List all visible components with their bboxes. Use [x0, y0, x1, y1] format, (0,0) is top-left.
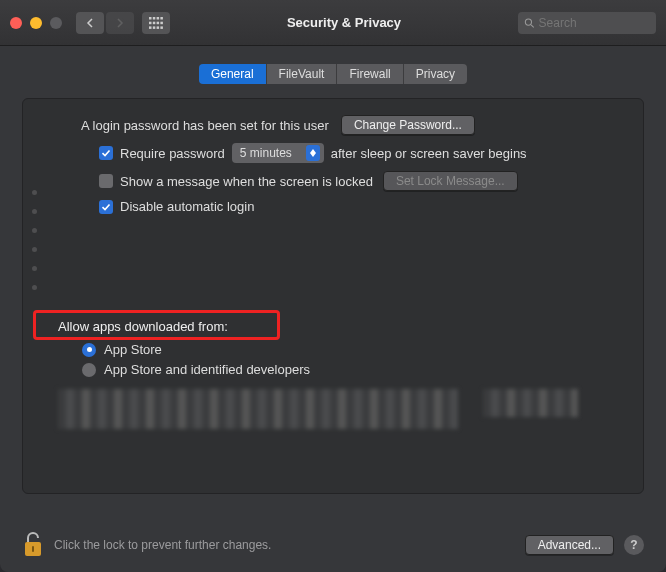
password-delay-value: 5 minutes — [240, 146, 300, 160]
security-privacy-window: Security & Privacy General FileVault Fir… — [0, 0, 666, 572]
lock-hint-text: Click the lock to prevent further change… — [54, 538, 525, 552]
after-sleep-label: after sleep or screen saver begins — [331, 146, 527, 161]
footer: Click the lock to prevent further change… — [0, 518, 666, 572]
allow-app-store-dev-radio[interactable] — [82, 363, 96, 377]
nav-buttons — [76, 12, 134, 34]
svg-line-13 — [531, 24, 534, 27]
require-password-checkbox[interactable] — [99, 146, 113, 160]
svg-rect-1 — [153, 17, 156, 20]
redacted-area-2 — [483, 389, 578, 417]
forward-button — [106, 12, 134, 34]
tab-filevault[interactable]: FileVault — [267, 64, 338, 84]
zoom-window-button — [50, 17, 62, 29]
change-password-button[interactable]: Change Password... — [341, 115, 475, 135]
svg-rect-5 — [153, 21, 156, 24]
svg-point-12 — [525, 19, 531, 25]
stepper-arrows-icon — [306, 145, 320, 161]
login-password-text: A login password has been set for this u… — [81, 118, 329, 133]
check-icon — [101, 202, 111, 212]
svg-rect-11 — [160, 26, 163, 29]
decorative-dots — [32, 190, 37, 290]
password-delay-popup[interactable]: 5 minutes — [232, 143, 324, 163]
tab-privacy[interactable]: Privacy — [404, 64, 467, 84]
tab-firewall[interactable]: Firewall — [337, 64, 403, 84]
tab-bar: General FileVault Firewall Privacy — [199, 64, 467, 84]
show-all-button[interactable] — [142, 12, 170, 34]
chevron-right-icon — [116, 18, 124, 28]
show-message-checkbox[interactable] — [99, 174, 113, 188]
disable-auto-login-row: Disable automatic login — [99, 199, 585, 214]
svg-rect-9 — [153, 26, 156, 29]
svg-rect-0 — [149, 17, 152, 20]
svg-rect-4 — [149, 21, 152, 24]
disable-auto-login-label: Disable automatic login — [120, 199, 254, 214]
titlebar: Security & Privacy — [0, 0, 666, 46]
svg-rect-15 — [32, 546, 34, 552]
lock-icon[interactable] — [22, 531, 44, 559]
check-icon — [101, 148, 111, 158]
close-window-button[interactable] — [10, 17, 22, 29]
require-password-row: Require password 5 minutes after sleep o… — [99, 143, 585, 163]
general-panel: A login password has been set for this u… — [22, 98, 644, 494]
login-password-row: A login password has been set for this u… — [81, 115, 585, 135]
search-input[interactable] — [539, 16, 650, 30]
require-password-label: Require password — [120, 146, 225, 161]
show-message-label: Show a message when the screen is locked — [120, 174, 373, 189]
disable-auto-login-checkbox[interactable] — [99, 200, 113, 214]
redacted-area-1 — [58, 389, 458, 429]
svg-rect-3 — [160, 17, 163, 20]
svg-rect-10 — [157, 26, 160, 29]
grid-icon — [149, 17, 163, 29]
svg-rect-8 — [149, 26, 152, 29]
allow-app-store-row: App Store — [82, 342, 585, 357]
help-button[interactable]: ? — [624, 535, 644, 555]
search-field[interactable] — [518, 12, 656, 34]
window-controls — [10, 17, 62, 29]
advanced-button[interactable]: Advanced... — [525, 535, 614, 555]
svg-rect-2 — [157, 17, 160, 20]
tab-general[interactable]: General — [199, 64, 267, 84]
set-lock-message-button: Set Lock Message... — [383, 171, 518, 191]
allow-app-store-dev-row: App Store and identified developers — [82, 362, 585, 377]
search-icon — [524, 17, 535, 29]
minimize-window-button[interactable] — [30, 17, 42, 29]
svg-rect-7 — [160, 21, 163, 24]
show-message-row: Show a message when the screen is locked… — [99, 171, 585, 191]
allow-app-store-dev-label: App Store and identified developers — [104, 362, 310, 377]
window-title: Security & Privacy — [170, 15, 518, 30]
chevron-left-icon — [86, 18, 94, 28]
allow-app-store-label: App Store — [104, 342, 162, 357]
back-button[interactable] — [76, 12, 104, 34]
allow-app-store-radio[interactable] — [82, 343, 96, 357]
svg-rect-6 — [157, 21, 160, 24]
annotation-highlight — [33, 310, 280, 340]
